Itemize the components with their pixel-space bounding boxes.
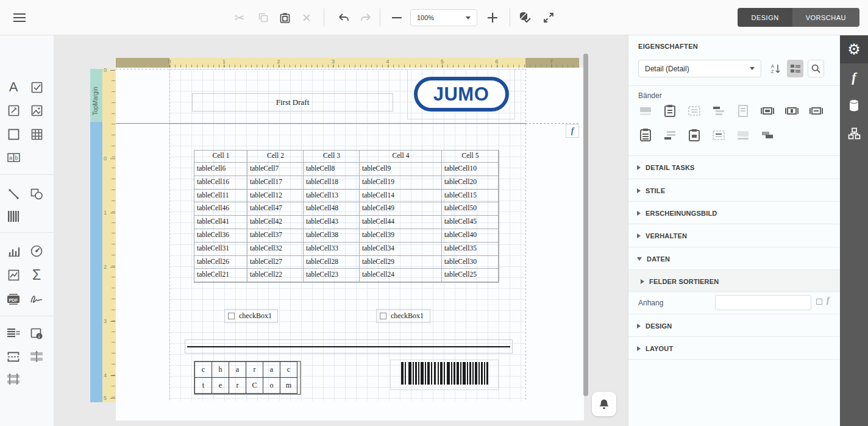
table-cell[interactable]: tableCell45	[442, 216, 499, 229]
table-cell[interactable]: tableCell30	[442, 256, 499, 269]
table-cell[interactable]: tableCell43	[304, 216, 360, 229]
validate-icon[interactable]	[516, 9, 534, 27]
delete-icon[interactable]: ✕	[297, 9, 316, 27]
comb-cell[interactable]: h	[212, 361, 229, 378]
label-icon[interactable]: A	[5, 79, 21, 95]
signature-icon[interactable]	[29, 291, 44, 307]
character-comb-element[interactable]: characterCom	[194, 361, 301, 395]
design-tab[interactable]: DESIGN	[738, 8, 792, 27]
table-cell[interactable]: tableCell7	[247, 163, 304, 176]
section-verhalten[interactable]: VERHALTEN	[628, 224, 841, 247]
table-cell[interactable]: tableCell13	[304, 190, 360, 203]
fullscreen-icon[interactable]	[539, 9, 558, 27]
table-cell[interactable]: Cell 2	[247, 151, 304, 163]
comb-cell[interactable]: c	[280, 361, 297, 378]
comb-cell[interactable]: r	[229, 377, 246, 394]
table-cell[interactable]: Cell 4	[360, 151, 442, 163]
panel-icon[interactable]	[5, 126, 21, 142]
logo-picture-element[interactable]: JUMO	[407, 69, 515, 119]
zoom-out-icon[interactable]	[388, 9, 406, 27]
page-break-icon[interactable]	[5, 349, 21, 364]
table-cell[interactable]: tableCell44	[360, 216, 442, 229]
comb-cell[interactable]: a	[263, 361, 280, 378]
table-cell[interactable]: tableCell33	[304, 243, 360, 256]
element-selector-dropdown[interactable]: Detail (Detail)	[638, 60, 761, 77]
table-cell[interactable]: tableCell8	[304, 163, 360, 176]
undo-icon[interactable]	[334, 9, 352, 27]
anhang-checkbox-icon[interactable]	[816, 299, 822, 305]
table-cell[interactable]: tableCell21	[194, 269, 247, 282]
comb-cell[interactable]: c	[194, 361, 212, 378]
table-cell[interactable]: tableCell35	[442, 243, 499, 256]
anhang-expression-icon[interactable]: f	[827, 296, 830, 305]
table-cell[interactable]: tableCell50	[442, 202, 499, 216]
table-cell[interactable]: tableCell26	[194, 256, 247, 269]
section-felder-sortieren[interactable]: FELDER SORTIEREN	[628, 270, 841, 293]
band-separator-line[interactable]	[116, 123, 525, 124]
band-banded2-icon[interactable]	[784, 104, 799, 118]
table-cell[interactable]: tableCell40	[442, 229, 499, 243]
table-cell[interactable]: tableCell16	[194, 176, 247, 190]
picture-icon[interactable]	[29, 102, 44, 118]
detail-band-strip[interactable]	[90, 122, 102, 402]
table-cell[interactable]: tableCell28	[304, 256, 360, 269]
table-cell[interactable]: tableCell31	[194, 243, 247, 256]
band-pagefooter-icon[interactable]	[687, 128, 702, 143]
table-cell[interactable]: tableCell24	[360, 269, 442, 282]
zoom-select[interactable]: 100%	[410, 9, 477, 26]
section-stile[interactable]: STILE	[628, 179, 841, 202]
section-detail-tasks[interactable]: DETAIL TASKS	[628, 156, 841, 179]
table-cell[interactable]: tableCell25	[442, 269, 499, 282]
search-icon[interactable]	[808, 60, 824, 77]
cross-band-box-icon[interactable]	[5, 371, 21, 387]
sparkline-icon[interactable]	[5, 267, 21, 283]
cross-band-line-icon[interactable]	[29, 349, 44, 364]
chart-icon[interactable]	[5, 243, 21, 259]
canvas-scrollbar[interactable]	[583, 54, 588, 396]
band-subband-icon[interactable]	[760, 128, 775, 143]
shape-icon[interactable]	[29, 186, 44, 202]
comb-cell[interactable]: m	[280, 377, 297, 394]
comb-cell[interactable]: e	[212, 377, 229, 394]
band-reportheader-icon[interactable]	[663, 104, 677, 118]
band-reportfooter-icon[interactable]	[638, 128, 653, 143]
paste-icon[interactable]	[276, 9, 294, 27]
table-cell[interactable]: tableCell17	[247, 176, 304, 190]
band-groupheader-icon[interactable]	[687, 104, 702, 118]
band-bottommargin-icon[interactable]	[736, 128, 750, 143]
title-label-element[interactable]: First Draft	[192, 93, 393, 112]
table-cell[interactable]: tableCell22	[247, 269, 304, 282]
table-cell[interactable]: tableCell23	[304, 269, 360, 282]
table-cell[interactable]: tableCell10	[442, 163, 499, 176]
preview-tab[interactable]: VORSCHAU	[792, 8, 859, 27]
checkbox-icon[interactable]	[29, 79, 44, 95]
comb-cell[interactable]: a	[229, 361, 246, 378]
detail-report-icon[interactable]	[5, 325, 21, 341]
properties-gear-icon[interactable]: ⚙	[840, 35, 868, 63]
table-cell[interactable]: tableCell11	[194, 190, 247, 203]
table-cell[interactable]: tableCell9	[360, 163, 442, 176]
data-source-icon[interactable]	[840, 91, 868, 119]
group-view-icon[interactable]	[787, 60, 803, 77]
table-icon[interactable]	[29, 126, 44, 142]
line-element[interactable]	[185, 339, 513, 353]
subreport-icon[interactable]: i	[29, 325, 44, 341]
line-icon[interactable]	[5, 186, 21, 202]
table-cell[interactable]: tableCell19	[360, 176, 442, 190]
table-cell[interactable]: tableCell48	[304, 202, 360, 216]
redo-icon[interactable]	[357, 9, 375, 27]
report-table[interactable]: Cell 1Cell 2Cell 3Cell 4Cell 5tableCell6…	[194, 150, 499, 283]
comb-cell[interactable]: r	[246, 361, 263, 378]
table-cell[interactable]: tableCell47	[247, 202, 304, 216]
table-cell[interactable]: tableCell37	[247, 229, 304, 243]
gauge-icon[interactable]	[29, 243, 44, 259]
section-erscheinungsbild[interactable]: ERSCHEINUNGSBILD	[628, 202, 841, 224]
band-detailband-icon[interactable]	[711, 128, 726, 143]
comb-cell[interactable]: t	[194, 377, 212, 394]
expressions-icon[interactable]: f	[840, 63, 868, 91]
notifications-button[interactable]	[592, 392, 616, 416]
barcode-element[interactable]	[390, 360, 499, 390]
table-cell[interactable]: tableCell38	[304, 229, 360, 243]
zoom-in-icon[interactable]	[483, 9, 502, 27]
table-cell[interactable]: tableCell27	[247, 256, 304, 269]
